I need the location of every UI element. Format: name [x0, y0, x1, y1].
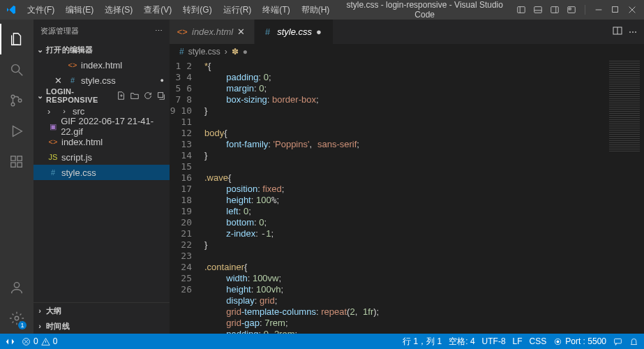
svg-point-12 [12, 65, 20, 73]
split-editor-icon[interactable] [612, 25, 623, 38]
menu-item[interactable]: 终端(T) [257, 3, 294, 17]
editor-tab[interactable]: <>index.html✕ [170, 20, 255, 44]
svg-point-14 [11, 95, 15, 98]
tab-more-icon[interactable]: ⋯ [629, 27, 637, 37]
chevron-right-icon: › [35, 322, 45, 330]
settings-badge: 1 [18, 321, 27, 329]
layout-customize-icon[interactable] [565, 3, 578, 16]
breadcrumb-file: style.css [188, 47, 220, 57]
activity-search[interactable] [0, 54, 33, 85]
breadcrumb[interactable]: # style.css › ✽ ● [170, 44, 644, 59]
menu-item[interactable]: 帮助(H) [297, 3, 335, 17]
menu-item[interactable]: 转到(G) [178, 3, 216, 17]
chevron-right-icon: › [225, 47, 227, 57]
activity-run-debug[interactable] [0, 116, 33, 147]
menu-item[interactable]: 编辑(E) [61, 3, 98, 17]
chevron-right-icon: › [35, 306, 45, 315]
editor-tab[interactable]: #style.css● [255, 20, 334, 44]
svg-rect-17 [11, 156, 15, 161]
new-file-icon[interactable] [116, 90, 127, 101]
menu-bar: 文件(F)编辑(E)选择(S)查看(V)转到(G)运行(R)终端(T)帮助(H) [22, 3, 334, 17]
svg-rect-18 [17, 156, 22, 161]
activity-extensions[interactable] [0, 147, 33, 177]
title-bar: 文件(F)编辑(E)选择(S)查看(V)转到(G)运行(R)终端(T)帮助(H)… [0, 0, 644, 20]
status-lang[interactable]: CSS [530, 336, 547, 346]
css-file-icon: # [47, 167, 59, 178]
svg-rect-7 [569, 8, 571, 10]
file-item[interactable]: JSscript.js [33, 149, 170, 165]
dirty-indicator: ● [243, 47, 248, 57]
open-editor-item[interactable]: ✕#style.css [33, 73, 170, 88]
layout-side-right-icon[interactable] [548, 3, 561, 16]
close-icon[interactable]: ✕ [237, 27, 247, 37]
status-spaces[interactable]: 空格: 4 [449, 336, 474, 348]
svg-point-31 [557, 340, 559, 342]
open-editor-item[interactable]: <>index.html [33, 57, 170, 73]
svg-rect-9 [613, 7, 618, 13]
file-item[interactable]: ▣GIF 2022-06-17 21-41-22.gif [33, 119, 170, 134]
project-section[interactable]: ⌄ LOGIN-RESPONSIVE [33, 88, 170, 103]
folder-file-icon: › [59, 105, 70, 117]
activity-account[interactable] [0, 272, 33, 303]
symbol-icon: ✽ [232, 47, 239, 57]
new-folder-icon[interactable] [129, 90, 140, 101]
status-eol[interactable]: LF [513, 336, 523, 346]
refresh-icon[interactable] [142, 90, 153, 101]
dirty-indicator[interactable]: ● [316, 27, 326, 37]
chevron-right-icon: › [47, 106, 56, 117]
css-file-icon: # [179, 47, 184, 57]
js-file-icon: JS [47, 151, 59, 163]
menu-item[interactable]: 选择(S) [100, 3, 137, 17]
svg-point-16 [18, 99, 22, 103]
svg-point-15 [11, 103, 15, 106]
status-port[interactable]: Port : 5500 [553, 336, 606, 346]
code-content[interactable]: *{ padding: 0; margin: 0; box-sizing: bo… [202, 59, 605, 334]
close-icon[interactable]: ✕ [54, 75, 64, 86]
svg-rect-2 [534, 7, 542, 13]
minimap[interactable] [605, 59, 644, 334]
outline-section[interactable]: ›大纲 [33, 303, 170, 318]
html-file-icon: <> [67, 59, 78, 70]
window-minimize-icon[interactable] [592, 3, 605, 16]
timeline-section[interactable]: ›时间线 [33, 318, 170, 334]
menu-item[interactable]: 查看(V) [139, 3, 177, 17]
status-problems[interactable]: 0 0 [22, 336, 57, 346]
editor-tabs: <>index.html✕#style.css● ⋯ [170, 20, 644, 44]
sidebar-more-icon[interactable]: ⋯ [155, 27, 163, 36]
open-editors-section[interactable]: ⌄ 打开的编辑器 [33, 42, 170, 57]
status-encoding[interactable]: UTF-8 [482, 336, 506, 346]
svg-line-13 [19, 72, 23, 76]
menu-item[interactable]: 文件(F) [22, 3, 59, 17]
layout-bottom-icon[interactable] [532, 3, 544, 16]
svg-rect-4 [551, 7, 559, 13]
window-close-icon[interactable] [626, 3, 638, 16]
css-file-icon: # [262, 27, 273, 38]
window-maximize-icon[interactable] [609, 3, 622, 16]
status-feedback-icon[interactable] [613, 337, 622, 346]
activity-settings[interactable]: 1 [0, 303, 33, 334]
html-file-icon: <> [47, 136, 59, 147]
layout-side-left-icon[interactable] [515, 3, 527, 16]
window-title: style.css - login-responsive - Visual St… [336, 0, 514, 20]
activity-source-control[interactable] [0, 85, 33, 116]
project-label: LOGIN-RESPONSIVE [46, 87, 114, 104]
status-bar: 0 0 行 1，列 1 空格: 4 UTF-8 LF CSS Port : 55… [0, 334, 644, 349]
html-file-icon: <> [177, 27, 188, 38]
line-gutter: 1 2 3 4 5 6 7 8 9 10 11 12 13 14 15 16 1… [170, 59, 202, 334]
svg-point-22 [15, 316, 19, 320]
outline-label: 大纲 [46, 306, 167, 316]
sidebar-title: 资源管理器 [40, 26, 79, 36]
code-editor[interactable]: 1 2 3 4 5 6 7 8 9 10 11 12 13 14 15 16 1… [170, 59, 644, 334]
open-editors-label: 打开的编辑器 [46, 45, 167, 55]
remote-indicator[interactable] [6, 337, 15, 346]
svg-rect-0 [518, 7, 525, 13]
activity-explorer[interactable] [0, 24, 33, 54]
menu-item[interactable]: 运行(R) [218, 3, 257, 17]
status-bell-icon[interactable] [629, 337, 638, 346]
status-ln-col[interactable]: 行 1，列 1 [403, 336, 442, 348]
vscode-logo-icon [6, 4, 17, 15]
svg-rect-32 [615, 339, 622, 343]
file-item[interactable]: #style.css [33, 165, 170, 180]
collapse-all-icon[interactable] [156, 90, 167, 101]
svg-point-21 [14, 283, 19, 288]
